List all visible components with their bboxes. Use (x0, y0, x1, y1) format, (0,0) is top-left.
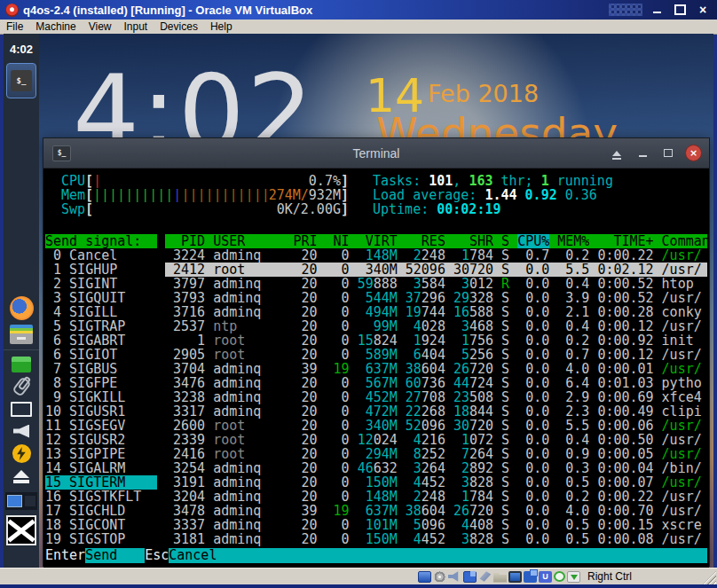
volume-icon[interactable] (13, 425, 29, 438)
signal-sigalrm[interactable]: 14 SIGALRM (45, 461, 157, 475)
maximize-icon[interactable] (673, 4, 687, 16)
signal-sighup[interactable]: 1 SIGHUP (45, 263, 157, 277)
process-row-2600[interactable]: 2600root200340M5209630720S0.05.50:00.06/… (165, 419, 707, 433)
eject-icon[interactable] (13, 470, 29, 478)
column-virt[interactable]: VIRT (358, 234, 398, 248)
hard-disks-icon[interactable] (418, 571, 431, 583)
column-user[interactable]: USER (213, 234, 285, 248)
signal-sigusr2[interactable]: 12 SIGUSR2 (45, 433, 157, 447)
menu-devices[interactable]: Devices (154, 20, 204, 34)
column-ni[interactable]: NI (326, 234, 350, 248)
menu-machine[interactable]: Machine (29, 20, 82, 34)
signal-sigkill[interactable]: 9 SIGKILL (45, 390, 157, 404)
process-row-3191[interactable]: 3191adminq200150M44523828S0.00.50:00.07/… (165, 475, 707, 490)
signal-sigiot[interactable]: 6 SIGIOT (45, 348, 157, 362)
workspace-1-active[interactable] (7, 495, 22, 507)
signal-sigill[interactable]: 4 SIGILL (45, 305, 157, 319)
close-icon[interactable] (696, 4, 710, 16)
process-row-2905[interactable]: 2905root200589M64045256S0.00.70:00.12/us… (165, 348, 707, 362)
seamless-icon[interactable] (524, 571, 537, 583)
auto-resize-icon[interactable] (554, 571, 565, 582)
maximize-icon[interactable] (659, 145, 677, 161)
window-frame-bottom (0, 584, 717, 588)
signal-sigabrt[interactable]: 6 SIGABRT (45, 333, 157, 348)
column-mem[interactable]: MEM% (557, 234, 589, 248)
column-pid[interactable]: PID (165, 234, 205, 248)
display-icon[interactable] (508, 571, 522, 583)
signal-sigchld[interactable]: 17 SIGCHLD (45, 504, 157, 518)
process-row-3793[interactable]: 3793adminq200544M3729629328S0.03.90:00.5… (165, 291, 707, 305)
menu-help[interactable]: Help (204, 20, 239, 34)
signal-sigstop[interactable]: 19 SIGSTOP (45, 532, 157, 546)
process-row-3254[interactable]: 3254adminq2004663232642892S0.00.30:00.04… (165, 461, 707, 475)
process-row-3476[interactable]: 3476adminq200567M6073644724S0.06.40:01.0… (165, 376, 707, 390)
cancel-button[interactable]: Cancel (169, 548, 707, 563)
column-shr[interactable]: SHR (453, 234, 493, 248)
column-s[interactable]: S (501, 234, 509, 248)
terminal-launcher-button[interactable]: $_ (6, 63, 36, 98)
process-row-3478[interactable]: 3478adminq3919637M3860426720S0.04.00:00.… (165, 504, 707, 518)
audio-icon[interactable] (448, 571, 461, 583)
column-pri[interactable]: PRI (293, 234, 317, 248)
process-row-2416[interactable]: 2416root200294M82527264S0.00.90:00.05/us… (165, 447, 707, 461)
send-button[interactable]: Send (85, 548, 145, 563)
x11-logo-icon[interactable] (6, 515, 36, 545)
process-row-2339[interactable]: 2339root2001202442161072S0.00.40:00.50/u… (165, 433, 707, 447)
minimize-icon[interactable] (650, 4, 664, 16)
package-icon[interactable] (12, 357, 31, 372)
process-row-3224[interactable]: 3224adminq200148M22481784S0.70.20:00.22/… (165, 248, 707, 263)
signal-sigquit[interactable]: 3 SIGQUIT (45, 291, 157, 305)
menu-view[interactable]: View (83, 20, 118, 34)
signal-sigfpe[interactable]: 8 SIGFPE (45, 376, 157, 390)
column-res[interactable]: RES (406, 234, 445, 248)
process-row-1[interactable]: 1root2001582419241756S0.00.20:00.92init (165, 333, 707, 348)
column-cpu[interactable]: CPU% (517, 234, 549, 248)
titlebar[interactable]: q4os-2.4 (installed) [Running] - Oracle … (0, 0, 717, 20)
process-row-3337[interactable]: 3337adminq200101M50964408S0.00.50:00.15x… (165, 518, 707, 532)
signal-sigusr1[interactable]: 10 SIGUSR1 (45, 404, 157, 419)
menu-input[interactable]: Input (118, 20, 154, 34)
file-cabinet-icon[interactable] (10, 325, 33, 344)
process-row-2412[interactable]: 2412root200340M5209630720S0.05.50:02.12/… (165, 263, 707, 277)
power-icon[interactable] (12, 444, 31, 463)
esc-key-label: Esc (145, 548, 169, 563)
shared-folders-icon[interactable] (493, 571, 507, 583)
signal-sigbus[interactable]: 7 SIGBUS (45, 362, 157, 376)
drag-and-drop-icon[interactable] (567, 571, 580, 583)
signal-sigpipe[interactable]: 13 SIGPIPE (45, 447, 157, 461)
minimize-icon[interactable] (634, 145, 651, 161)
signal-cancel[interactable]: 0 Cancel (45, 248, 157, 263)
usb-icon[interactable] (478, 571, 492, 583)
process-row-3181[interactable]: 3181adminq200150M44523828S0.00.50:00.08/… (165, 532, 707, 546)
column-command[interactable]: Command (662, 234, 707, 248)
paperclip-icon[interactable] (12, 376, 32, 397)
process-row-3238[interactable]: 3238adminq200452M2770823508S0.02.90:00.6… (165, 390, 707, 404)
workspace-switcher[interactable] (5, 492, 37, 510)
signal-sigsegv[interactable]: 11 SIGSEGV (45, 419, 157, 433)
signal-sigcont[interactable]: 18 SIGCONT (45, 518, 157, 532)
signal-sigterm[interactable]: 15 SIGTERM (45, 475, 157, 490)
process-row-3797[interactable]: 3797adminq2005988835843012R0.00.40:00.52… (165, 277, 707, 291)
network-icon[interactable] (463, 571, 477, 583)
process-row-3317[interactable]: 3317adminq200472M2226818844S0.02.30:00.4… (165, 404, 707, 419)
process-row-3204[interactable]: 3204adminq200148M22481784S0.00.20:00.22/… (165, 490, 707, 504)
signal-sigstkflt[interactable]: 16 SIGSTKFLT (45, 490, 157, 504)
signal-sigint[interactable]: 2 SIGINT (45, 277, 157, 291)
signal-sigtrap[interactable]: 5 SIGTRAP (45, 319, 157, 333)
process-row-2537[interactable]: 2537ntp20099M40283468S0.00.40:00.12/usr/ (165, 319, 707, 333)
terminal-titlebar[interactable]: $_ Terminal (43, 138, 709, 169)
resize-grip[interactable] (703, 571, 716, 584)
workspace-2[interactable] (25, 496, 35, 506)
firefox-icon[interactable] (10, 296, 34, 320)
process-row-3704[interactable]: 3704adminq3919637M3860426720S0.04.00:00.… (165, 362, 707, 376)
panel-divider (157, 234, 165, 248)
virtualization-icon[interactable] (539, 571, 552, 583)
process-row-3716[interactable]: 3716adminq200494M1974416588S0.02.10:00.2… (165, 305, 707, 319)
window-frame-icon[interactable] (11, 402, 32, 417)
column-time[interactable]: TIME+ (597, 234, 653, 248)
shade-icon[interactable] (608, 145, 626, 161)
close-icon[interactable] (685, 145, 702, 161)
menu-file[interactable]: File (0, 20, 29, 34)
optical-drives-icon[interactable] (433, 571, 446, 583)
statusbar: Right Ctrl (0, 568, 717, 584)
